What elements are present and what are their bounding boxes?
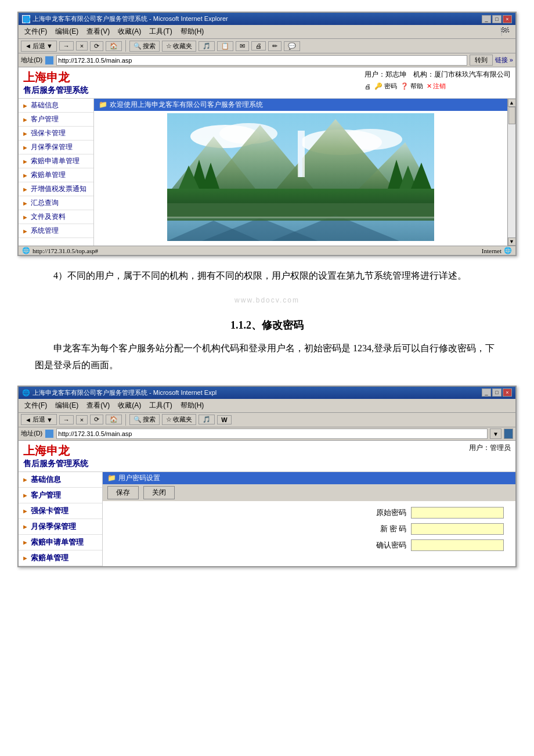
svg-rect-10 xyxy=(299,131,302,177)
home-button[interactable]: 🏠 xyxy=(106,41,122,51)
history-button[interactable]: 📋 xyxy=(217,41,233,51)
scroll-up-button[interactable]: ▲ xyxy=(508,99,516,107)
sidebar-item-qbkgl[interactable]: ► 强保卡管理 xyxy=(19,127,93,141)
address-input[interactable] xyxy=(56,55,467,66)
address-bar-2: 地址(D) ▼ xyxy=(19,427,515,441)
app-logo: 上海申龙 xyxy=(23,70,88,85)
title-left-2: 🌐 上海申龙客车有限公司客户服务管理系统 - Microsoft Interne… xyxy=(22,388,217,397)
arrow-icon: ► xyxy=(22,172,28,179)
logout-action[interactable]: ✕ 注销 xyxy=(427,82,446,91)
close-dialog-button[interactable]: 关闭 xyxy=(143,486,175,499)
original-pwd-input[interactable] xyxy=(411,507,504,519)
menu2-favorites[interactable]: 收藏(A) xyxy=(114,400,145,411)
search-button[interactable]: 🔍 搜索 xyxy=(129,41,160,52)
password-action[interactable]: 🔑 密码 xyxy=(374,82,397,91)
favorites-button-2[interactable]: ☆ 收藏夹 xyxy=(162,414,196,425)
menu-file[interactable]: 文件(F) xyxy=(21,26,50,37)
app-body-1: ► 基础信息 ► 客户管理 ► 强保卡管理 ► 月保季保管理 ► 索赔申请单管理… xyxy=(19,99,515,246)
media-button-2[interactable]: 🎵 xyxy=(199,415,215,424)
arrow-icon: ► xyxy=(22,102,28,109)
menu-view[interactable]: 查看(V) xyxy=(83,26,113,37)
sidebar2-item-sqdgl[interactable]: ► 索赔单管理 xyxy=(19,550,102,566)
forward-button-2[interactable]: → xyxy=(59,415,74,424)
menu2-edit[interactable]: 编辑(E) xyxy=(52,400,82,411)
save-button[interactable]: 保存 xyxy=(107,486,139,499)
sidebar2-item-khgl[interactable]: ► 客户管理 xyxy=(19,488,102,503)
address-input-2[interactable] xyxy=(56,429,488,439)
menu-tools[interactable]: 工具(T) xyxy=(146,26,175,37)
help-action[interactable]: ❓ 帮助 xyxy=(400,82,423,91)
windows-flag-icon: 🏁 xyxy=(496,26,513,37)
maximize-button-2[interactable]: □ xyxy=(492,388,501,397)
sidebar2-item-qbkgl[interactable]: ► 强保卡管理 xyxy=(19,503,102,519)
menu2-tools[interactable]: 工具(T) xyxy=(146,400,175,411)
w-button[interactable]: W xyxy=(217,415,231,424)
go-button[interactable]: 转到 xyxy=(470,55,493,66)
favorites-button[interactable]: ☆ 收藏夹 xyxy=(162,41,196,52)
sidebar-item-kzzsfp[interactable]: ► 开增值税发票通知 xyxy=(19,182,93,196)
window-controls[interactable]: _ □ × xyxy=(482,15,512,23)
original-pwd-label: 原始密码 xyxy=(360,507,406,518)
arrow-icon: ► xyxy=(22,214,28,221)
address-icon-2 xyxy=(45,429,54,438)
mail-button[interactable]: ✉ xyxy=(236,41,249,51)
edit-button[interactable]: ✏ xyxy=(268,41,282,51)
new-pwd-input[interactable] xyxy=(411,523,504,535)
sidebar-item-khgl[interactable]: ► 客户管理 xyxy=(19,113,93,127)
toolbar-separator xyxy=(125,40,126,52)
print-action[interactable]: 🖨 xyxy=(365,83,371,90)
confirm-pwd-input[interactable] xyxy=(411,539,504,551)
pwd-form: 原始密码 新 密 码 确认密码 xyxy=(103,501,515,557)
links-button[interactable]: 链接 » xyxy=(495,56,513,64)
scroll-thumb[interactable] xyxy=(508,107,515,124)
sidebar2-item-jcxx[interactable]: ► 基础信息 xyxy=(19,472,102,488)
address-go-icon[interactable] xyxy=(504,429,513,439)
media-button[interactable]: 🎵 xyxy=(199,41,215,51)
toolbar-2: ◄ 后退 ▼ → × ⟳ 🏠 🔍 搜索 ☆ 收藏夹 🎵 W xyxy=(19,413,515,427)
scroll-down-button[interactable]: ▼ xyxy=(508,237,516,246)
menu-edit[interactable]: 编辑(E) xyxy=(52,26,82,37)
menu-favorites[interactable]: 收藏(A) xyxy=(114,26,145,37)
sidebar-item-xtgl[interactable]: ► 系统管理 xyxy=(19,224,93,238)
forward-button[interactable]: → xyxy=(59,41,74,51)
maximize-button[interactable]: □ xyxy=(492,15,501,23)
back-button-2[interactable]: ◄ 后退 ▼ xyxy=(21,414,57,425)
discuss-button[interactable]: 💬 xyxy=(284,41,300,51)
sidebar-item-sqdgl[interactable]: ► 索赔单管理 xyxy=(19,168,93,182)
stop-button-2[interactable]: × xyxy=(76,415,88,424)
refresh-button[interactable]: ⟳ xyxy=(90,41,103,51)
search-button-2[interactable]: 🔍 搜索 xyxy=(129,414,160,425)
sidebar2-item-ybjbgl[interactable]: ► 月保季保管理 xyxy=(19,519,102,535)
refresh-button-2[interactable]: ⟳ xyxy=(90,415,103,424)
minimize-button-2[interactable]: _ xyxy=(482,388,491,397)
address-dropdown[interactable]: ▼ xyxy=(490,429,501,439)
menu2-file[interactable]: 文件(F) xyxy=(21,400,50,411)
nav-banner-1: 📁 欢迎使用上海申龙客车有限公司客户服务管理系统 xyxy=(94,99,507,111)
minimize-button[interactable]: _ xyxy=(482,15,491,23)
back-icon: ◄ xyxy=(25,42,31,49)
window-controls-2[interactable]: _ □ × xyxy=(482,388,512,397)
logo-section: 上海申龙 售后服务管理系统 xyxy=(23,70,88,96)
sidebar2-item-sqsqdgl[interactable]: ► 索赔申请单管理 xyxy=(19,535,102,550)
menu2-help[interactable]: 帮助(H) xyxy=(177,400,208,411)
close-button-2[interactable]: × xyxy=(503,388,512,397)
close-button[interactable]: × xyxy=(503,15,512,23)
home-button-2[interactable]: 🏠 xyxy=(106,415,122,424)
sidebar-item-ybjbgl[interactable]: ► 月保季保管理 xyxy=(19,141,93,154)
sidebar-item-jcxx[interactable]: ► 基础信息 xyxy=(19,99,93,113)
sidebar-item-wjjzl[interactable]: ► 文件及资料 xyxy=(19,210,93,224)
sidebar-item-hzcx[interactable]: ► 汇总查询 xyxy=(19,196,93,210)
confirm-pwd-row: 确认密码 xyxy=(114,539,504,551)
toolbar-1: ◄ 后退 ▼ → × ⟳ 🏠 🔍 搜索 ☆ 收藏夹 🎵 📋 ✉ 🖨 ✏ 💬 xyxy=(19,39,515,53)
menu-help[interactable]: 帮助(H) xyxy=(177,26,208,37)
arrow-icon: ► xyxy=(22,144,28,151)
titlebar-1: 🌐 上海申龙客车有限公司客户服务管理系统 - Microsoft Interne… xyxy=(19,13,515,25)
print-button[interactable]: 🖨 xyxy=(251,41,266,51)
menu2-view[interactable]: 查看(V) xyxy=(83,400,113,411)
org-label: 机构：厦门市秣玖汽车有限公司 xyxy=(413,70,511,78)
sidebar-2: ► 基础信息 ► 客户管理 ► 强保卡管理 ► 月保季保管理 ► 索赔申请单管理… xyxy=(19,472,103,566)
sidebar-item-sqsqdgl[interactable]: ► 索赔申请单管理 xyxy=(19,154,93,168)
arrow-icon: ► xyxy=(22,158,28,165)
back-button[interactable]: ◄ 后退 ▼ xyxy=(21,41,57,52)
stop-button[interactable]: × xyxy=(76,41,88,51)
